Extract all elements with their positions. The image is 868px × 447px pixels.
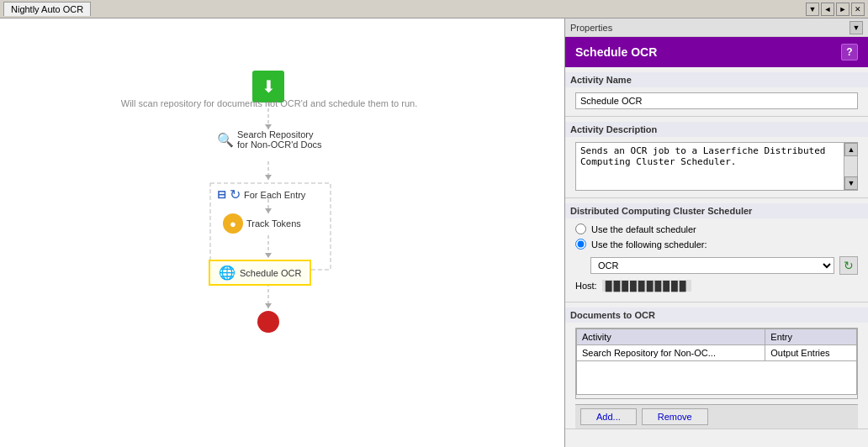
svg-marker-3 [265,175,272,180]
table-row[interactable]: Search Repository for Non-OC... Output E… [577,345,857,361]
add-button[interactable]: Add... [580,408,637,425]
props-pin-button[interactable]: ▼ [849,21,863,34]
close-button[interactable]: ✕ [851,3,865,16]
following-scheduler-radio[interactable] [575,239,586,250]
host-row: Host: ██████████ [575,280,858,292]
search-label: Search Repositoryfor Non-OCR'd Docs [237,129,322,150]
track-icon: ● [223,213,243,234]
svg-marker-7 [265,253,272,258]
foreach-label: For Each Entry [244,190,305,200]
canvas-area: ⬇ Will scan repository for documents not… [0,18,565,447]
stop-icon [257,311,279,333]
schedule-icon: 🌐 [219,265,236,281]
foreach-icon: ↻ [230,187,241,202]
default-scheduler-label: Use the default scheduler [591,224,696,234]
activity-name-section: Activity Name [565,67,868,117]
refresh-button[interactable]: ↻ [839,256,858,275]
remove-button[interactable]: Remove [642,408,708,425]
main-layout: ⬇ Will scan repository for documents not… [0,18,868,447]
tab-label: Nightly Auto OCR [11,4,83,14]
activity-desc-title: Activity Description [565,122,868,137]
table-header-entry: Entry [765,329,857,345]
prev-button[interactable]: ◄ [821,3,834,16]
host-value: ██████████ [602,280,691,292]
scheduler-select-row: OCR ↻ [590,256,858,275]
table-actions: Add... Remove [575,404,858,429]
activity-desc-section: Activity Description Sends an OCR job to… [565,117,868,198]
track-node[interactable]: ● Track Tokens [223,213,301,234]
props-panel-title: Schedule OCR [575,45,657,59]
activity-desc-wrapper: Sends an OCR job to a Laserfiche Distrib… [575,142,858,191]
host-label: Host: [575,281,597,291]
props-header-bar: Properties ▼ [565,18,868,37]
table-cell-entry: Output Entries [765,345,857,361]
pin-button[interactable]: ▼ [806,3,819,16]
help-button[interactable]: ? [841,44,858,60]
docs-table-container: Activity Entry Search Repository for Non… [575,328,858,399]
title-bar-controls: ▼ ◄ ► ✕ [806,3,865,16]
following-scheduler-label: Use the following scheduler: [591,239,707,250]
start-description: Will scan repository for documents not O… [118,98,421,108]
scroll-down-btn[interactable]: ▼ [844,176,858,190]
schedule-node[interactable]: 🌐 Schedule OCR [209,260,311,286]
track-label: Track Tokens [246,218,301,229]
properties-panel: Properties ▼ Schedule OCR ? Activity Nam… [565,18,868,447]
table-cell-activity: Search Repository for Non-OC... [577,345,765,361]
next-button[interactable]: ► [836,3,849,16]
activity-name-title: Activity Name [565,72,868,87]
svg-marker-9 [265,303,272,308]
title-bar: Nightly Auto OCR ▼ ◄ ► ✕ [0,0,868,18]
default-scheduler-row: Use the default scheduler [575,224,858,234]
search-node[interactable]: 🔍 Search Repositoryfor Non-OCR'd Docs [217,129,322,150]
foreach-collapse-icon[interactable]: ⊟ [217,188,226,201]
title-tab[interactable]: Nightly Auto OCR [3,2,91,16]
default-scheduler-radio[interactable] [575,224,586,234]
stop-node [257,311,279,333]
scroll-track [844,156,857,176]
distributed-computing-section: Distributed Computing Cluster Scheduler … [565,198,868,302]
activity-name-input[interactable] [575,92,858,109]
following-scheduler-row: Use the following scheduler: [575,239,858,250]
scheduler-radio-group: Use the default scheduler Use the follow… [575,224,858,250]
distributed-computing-title: Distributed Computing Cluster Scheduler [565,203,868,218]
documents-ocr-section: Documents to OCR Activity Entry Search R… [565,302,868,429]
table-empty-row [577,361,857,395]
table-header-activity: Activity [577,329,765,345]
schedule-label: Schedule OCR [240,268,301,278]
props-header-label: Properties [570,23,612,33]
scroll-up-btn[interactable]: ▲ [844,143,858,156]
docs-table: Activity Entry Search Repository for Non… [576,329,857,395]
workflow-canvas: ⬇ Will scan repository for documents not… [0,18,564,447]
scheduler-select[interactable]: OCR [590,257,834,274]
search-icon: 🔍 [217,132,234,148]
activity-desc-textarea[interactable]: Sends an OCR job to a Laserfiche Distrib… [575,142,844,191]
foreach-node[interactable]: ⊟ ↻ For Each Entry [217,187,305,202]
schedule-node-box[interactable]: 🌐 Schedule OCR [209,260,311,286]
props-title-section: Schedule OCR ? [565,37,868,67]
table-empty-cell [577,361,857,395]
documents-ocr-title: Documents to OCR [565,308,868,323]
textarea-scrollbar: ▲ ▼ [844,142,858,191]
